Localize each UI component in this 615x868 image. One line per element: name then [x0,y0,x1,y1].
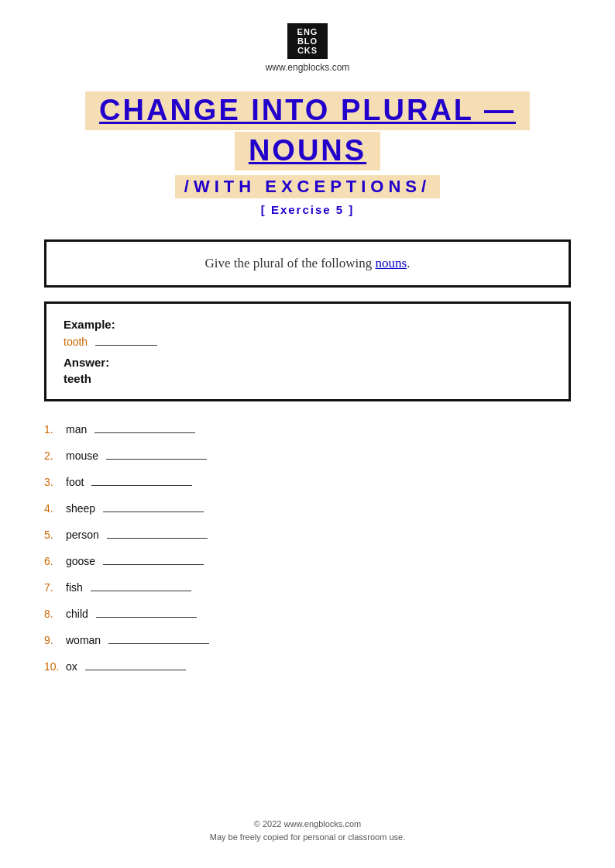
question-word: mouse [66,450,98,462]
footer-line1: © 2022 www.engblocks.com [0,818,615,832]
question-number: 6. [44,555,61,567]
question-answer-line [96,617,197,618]
subtitle-text: /WITH EXCEPTIONS/ [184,177,431,197]
instruction-suffix: . [407,256,410,270]
instruction-box: Give the plural of the following nouns. [44,239,571,288]
instruction-prefix: Give the plural of the following [205,256,376,270]
question-item: 2. mouse [44,450,571,462]
question-word: child [66,608,88,620]
exercise-label: [ Exercise 5 ] [31,203,584,216]
question-item: 8. child [44,608,571,620]
question-word: foot [66,476,84,488]
title-highlight-2: NOUNS [235,132,380,170]
instruction-noun-word: nouns [376,256,407,270]
question-word: fish [66,581,83,594]
question-word: goose [66,555,95,567]
question-number: 5. [44,529,61,541]
logo-area: ENG BLO CKS www.engblocks.com [266,23,350,73]
question-answer-line [85,670,186,670]
page: ENG BLO CKS www.engblocks.com CHANGE INT… [0,0,615,868]
example-label: Example: [64,318,551,331]
question-answer-line [108,643,209,644]
question-item: 1. man [44,423,571,436]
question-word: ox [66,660,77,673]
question-number: 10. [44,660,61,673]
question-item: 10. ox [44,660,571,673]
question-answer-line [91,485,192,486]
instruction-text: Give the plural of the following nouns. [205,256,411,270]
question-answer-line [103,564,204,565]
footer: © 2022 www.engblocks.com May be freely c… [0,818,615,845]
question-answer-line [107,538,208,539]
question-answer-line [91,591,191,591]
questions-list: 1. man 2. mouse 3. foot 4. sheep 5. pers… [44,423,571,687]
question-answer-line [94,432,195,433]
example-word-line: tooth [64,336,551,348]
question-number: 9. [44,634,61,646]
logo-text-eng: ENG [297,27,318,36]
question-number: 1. [44,423,61,436]
example-underline [95,345,157,346]
title-section: CHANGE INTO PLURAL — NOUNS /WITH EXCEPTI… [31,91,584,216]
question-item: 5. person [44,529,571,541]
question-word: woman [66,634,101,646]
logo-text-blo: BLO [297,36,318,46]
subtitle-highlight: /WITH EXCEPTIONS/ [175,175,440,198]
example-word: tooth [64,336,88,348]
example-box: Example: tooth Answer: teeth [44,301,571,401]
logo-text-cks: CKS [297,46,318,55]
question-number: 3. [44,476,61,488]
question-answer-line [103,512,204,512]
question-item: 6. goose [44,555,571,567]
question-number: 7. [44,581,61,594]
question-word: person [66,529,99,541]
footer-line2: May be freely copied for personal or cla… [0,831,615,845]
question-number: 2. [44,450,61,462]
question-word: man [66,423,87,436]
title-highlight-1: CHANGE INTO PLURAL — [85,91,530,130]
main-title-line1: CHANGE INTO PLURAL — [99,95,516,127]
answer-value: teeth [64,372,551,385]
main-title-line2: NOUNS [249,135,366,167]
question-item: 3. foot [44,476,571,488]
question-item: 9. woman [44,634,571,646]
question-number: 8. [44,608,61,620]
question-item: 4. sheep [44,502,571,515]
website-url: www.engblocks.com [266,62,350,73]
logo-box: ENG BLO CKS [287,23,328,59]
answer-label: Answer: [64,356,551,369]
question-answer-line [106,459,207,460]
question-word: sheep [66,502,95,515]
question-item: 7. fish [44,581,571,594]
question-number: 4. [44,502,61,515]
